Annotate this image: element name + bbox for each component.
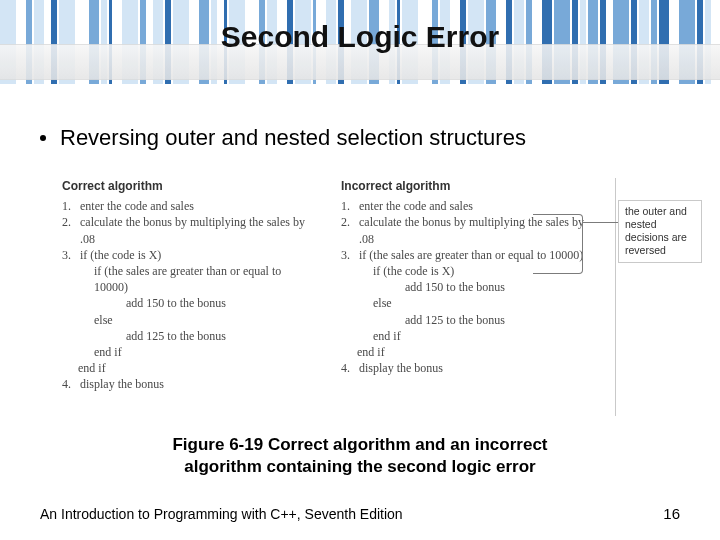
step-text: display the bonus [359, 360, 596, 376]
figure-panel: Correct algorithm 1.enter the code and s… [56, 178, 616, 416]
step-text: end if [62, 360, 317, 376]
step-text: end if [341, 344, 596, 360]
step-text: enter the code and sales [359, 198, 596, 214]
step-text: add 125 to the bonus [341, 312, 596, 328]
bullet-dot-icon [40, 135, 46, 141]
step-number: 2. [62, 214, 80, 246]
footer-book-title: An Introduction to Programming with C++,… [40, 506, 403, 522]
slide-number: 16 [663, 505, 680, 522]
step-text: add 150 to the bonus [62, 295, 317, 311]
incorrect-algorithm-column: Incorrect algorithm 1.enter the code and… [341, 178, 596, 376]
callout-connector [533, 214, 618, 274]
caption-line: Figure 6-19 Correct algorithm and an inc… [172, 435, 547, 454]
step-text: end if [341, 328, 596, 344]
step-text: if (the code is X) [80, 247, 317, 263]
step-text: add 125 to the bonus [62, 328, 317, 344]
step-text: end if [62, 344, 317, 360]
correct-algorithm-column: Correct algorithm 1.enter the code and s… [62, 178, 317, 392]
step-text: calculate the bonus by multiplying the s… [80, 214, 317, 246]
caption-line: algorithm containing the second logic er… [184, 457, 535, 476]
callout-box: the outer and nested decisions are rever… [618, 200, 702, 263]
step-number: 1. [62, 198, 80, 214]
step-number: 3. [62, 247, 80, 263]
step-text: else [62, 312, 317, 328]
step-number: 4. [62, 376, 80, 392]
bullet-item: Reversing outer and nested selection str… [40, 125, 680, 151]
step-number: 2. [341, 214, 359, 246]
step-number: 4. [341, 360, 359, 376]
slide-title: Second Logic Error [0, 20, 720, 54]
step-number: 3. [341, 247, 359, 263]
step-text: display the bonus [80, 376, 317, 392]
figure-caption: Figure 6-19 Correct algorithm and an inc… [0, 434, 720, 478]
step-text: enter the code and sales [80, 198, 317, 214]
step-number: 1. [341, 198, 359, 214]
incorrect-heading: Incorrect algorithm [341, 178, 596, 194]
step-text: else [341, 295, 596, 311]
correct-heading: Correct algorithm [62, 178, 317, 194]
step-text: if (the sales are greater than or equal … [62, 263, 317, 295]
bullet-text: Reversing outer and nested selection str… [60, 125, 526, 151]
step-text: add 150 to the bonus [341, 279, 596, 295]
